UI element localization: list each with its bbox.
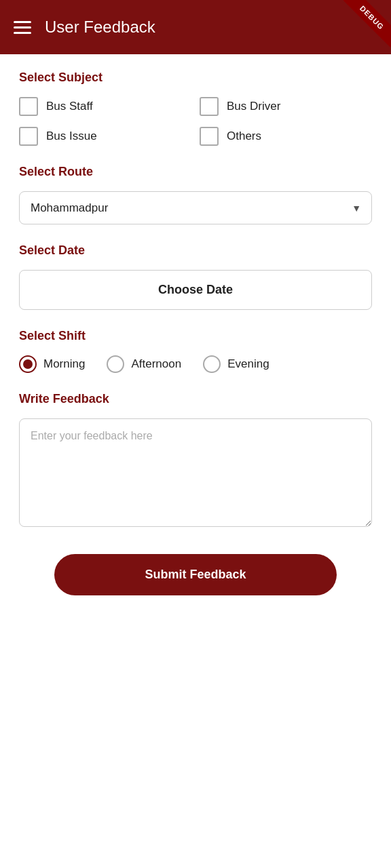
checkbox-bus-staff[interactable]: Bus Staff (19, 97, 191, 116)
radio-morning-label: Morning (43, 357, 85, 371)
checkbox-bus-driver-box[interactable] (200, 97, 219, 116)
checkbox-others[interactable]: Others (200, 127, 372, 146)
radio-afternoon-outer[interactable] (107, 355, 124, 373)
subject-options-grid: Bus Staff Bus Driver Bus Issue Others (19, 97, 372, 146)
checkbox-bus-driver-label: Bus Driver (227, 100, 280, 113)
radio-evening-label: Evening (227, 357, 269, 371)
checkbox-bus-issue-box[interactable] (19, 127, 38, 146)
header: User Feedback (0, 0, 391, 54)
header-title: User Feedback (45, 18, 155, 37)
main-content: Select Subject Bus Staff Bus Driver Bus … (0, 54, 391, 868)
route-section: Select Route Mohammadpur Dhanmondi Mirpu… (19, 165, 372, 224)
shift-section: Select Shift Morning Afternoon Evening (19, 329, 372, 373)
hamburger-icon[interactable] (14, 21, 31, 34)
feedback-label: Write Feedback (19, 392, 372, 406)
checkbox-bus-staff-label: Bus Staff (46, 100, 93, 113)
checkbox-others-label: Others (227, 130, 261, 143)
shift-options-row: Morning Afternoon Evening (19, 355, 372, 373)
checkbox-bus-issue[interactable]: Bus Issue (19, 127, 191, 146)
route-select-wrapper: Mohammadpur Dhanmondi Mirpur Gulshan Ban… (19, 191, 372, 224)
submit-feedback-button[interactable]: Submit Feedback (54, 554, 337, 595)
radio-afternoon[interactable]: Afternoon (107, 355, 181, 373)
radio-evening[interactable]: Evening (203, 355, 269, 373)
choose-date-button[interactable]: Choose Date (19, 270, 372, 310)
route-select[interactable]: Mohammadpur Dhanmondi Mirpur Gulshan Ban… (19, 191, 372, 224)
feedback-section: Write Feedback (19, 392, 372, 530)
radio-morning-inner (23, 359, 33, 369)
subject-section: Select Subject Bus Staff Bus Driver Bus … (19, 71, 372, 146)
radio-morning[interactable]: Morning (19, 355, 85, 373)
checkbox-bus-issue-label: Bus Issue (46, 130, 97, 143)
date-label: Select Date (19, 243, 372, 258)
route-label: Select Route (19, 165, 372, 179)
radio-evening-outer[interactable] (203, 355, 221, 373)
debug-ribbon: DEBUG (343, 0, 391, 47)
feedback-textarea[interactable] (19, 418, 372, 527)
radio-morning-outer[interactable] (19, 355, 37, 373)
debug-label: DEBUG (343, 0, 391, 47)
shift-label: Select Shift (19, 329, 372, 343)
date-section: Select Date Choose Date (19, 243, 372, 310)
subject-label: Select Subject (19, 71, 372, 85)
checkbox-others-box[interactable] (200, 127, 219, 146)
radio-afternoon-label: Afternoon (131, 357, 181, 371)
checkbox-bus-staff-box[interactable] (19, 97, 38, 116)
checkbox-bus-driver[interactable]: Bus Driver (200, 97, 372, 116)
